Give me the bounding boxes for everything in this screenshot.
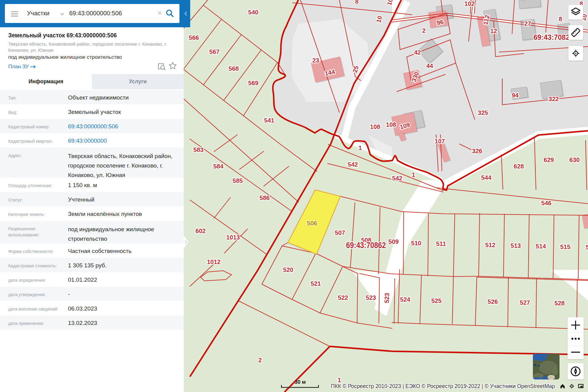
svg-text:568: 568 — [228, 65, 239, 72]
svg-text:ПКК © Росреестр 2010-2023 | ЕЭ: ПКК © Росреестр 2010-2023 | ЕЭКО © Росре… — [331, 383, 555, 389]
svg-text:509: 509 — [388, 238, 398, 245]
svg-text:107: 107 — [435, 138, 445, 145]
svg-text:524: 524 — [400, 296, 410, 303]
svg-text:521: 521 — [311, 280, 321, 287]
svg-text:1013: 1013 — [226, 234, 240, 241]
svg-text:108: 108 — [370, 123, 380, 130]
svg-text:630: 630 — [569, 156, 579, 163]
svg-text:506: 506 — [307, 220, 317, 227]
svg-text:510: 510 — [411, 240, 421, 247]
svg-text:522: 522 — [338, 294, 348, 301]
svg-text:102: 102 — [464, 0, 474, 7]
svg-text:583: 583 — [193, 146, 203, 153]
svg-text:69:43:7082: 69:43:7082 — [533, 33, 570, 41]
svg-text:528: 528 — [554, 300, 564, 307]
svg-text:108: 108 — [386, 121, 396, 128]
svg-text:23: 23 — [312, 57, 319, 64]
svg-text:527: 527 — [520, 299, 530, 306]
svg-text:584: 584 — [213, 163, 224, 170]
svg-text:27: 27 — [524, 20, 531, 27]
svg-text:96: 96 — [436, 18, 444, 26]
svg-text:42: 42 — [414, 49, 421, 56]
svg-text:544: 544 — [481, 174, 492, 181]
svg-text:567: 567 — [209, 48, 219, 55]
svg-text:523: 523 — [366, 294, 376, 301]
svg-text:629: 629 — [544, 156, 554, 163]
svg-text:1: 1 — [412, 172, 415, 178]
svg-text:69:43:70862: 69:43:70862 — [346, 240, 386, 250]
svg-text:5: 5 — [586, 244, 588, 251]
svg-text:585: 585 — [232, 177, 243, 184]
svg-text:520: 520 — [283, 266, 293, 273]
svg-text:541: 541 — [264, 117, 274, 124]
svg-text:512: 512 — [485, 242, 495, 248]
svg-text:30 м: 30 м — [295, 379, 306, 385]
svg-text:602: 602 — [195, 228, 205, 234]
svg-text:2: 2 — [422, 27, 425, 34]
svg-text:546: 546 — [541, 200, 551, 206]
svg-text:8: 8 — [355, 0, 358, 5]
svg-text:515: 515 — [560, 243, 570, 250]
svg-text:525: 525 — [431, 297, 441, 304]
svg-text:94: 94 — [512, 92, 519, 99]
svg-text:325: 325 — [478, 109, 488, 116]
svg-text:1: 1 — [358, 145, 362, 151]
svg-text:542: 542 — [348, 161, 358, 168]
svg-text:12: 12 — [490, 28, 497, 34]
svg-text:511: 511 — [436, 240, 446, 247]
svg-text:326: 326 — [472, 148, 482, 154]
svg-text:586: 586 — [259, 194, 270, 201]
svg-text:523: 523 — [383, 293, 390, 303]
svg-text:8: 8 — [559, 16, 562, 22]
svg-text:507: 507 — [335, 229, 345, 236]
svg-text:540: 540 — [248, 9, 258, 16]
svg-text:322: 322 — [548, 96, 559, 102]
svg-text:513: 513 — [511, 242, 521, 249]
svg-text:526: 526 — [488, 298, 498, 305]
svg-text:569: 569 — [248, 80, 258, 86]
svg-text:566: 566 — [189, 34, 199, 41]
svg-text:1: 1 — [337, 377, 341, 383]
svg-text:628: 628 — [514, 163, 524, 170]
svg-text:44: 44 — [426, 62, 433, 69]
svg-text:542: 542 — [392, 175, 402, 182]
svg-text:514: 514 — [536, 243, 546, 250]
svg-text:2: 2 — [258, 357, 262, 364]
svg-text:1012: 1012 — [207, 258, 221, 265]
